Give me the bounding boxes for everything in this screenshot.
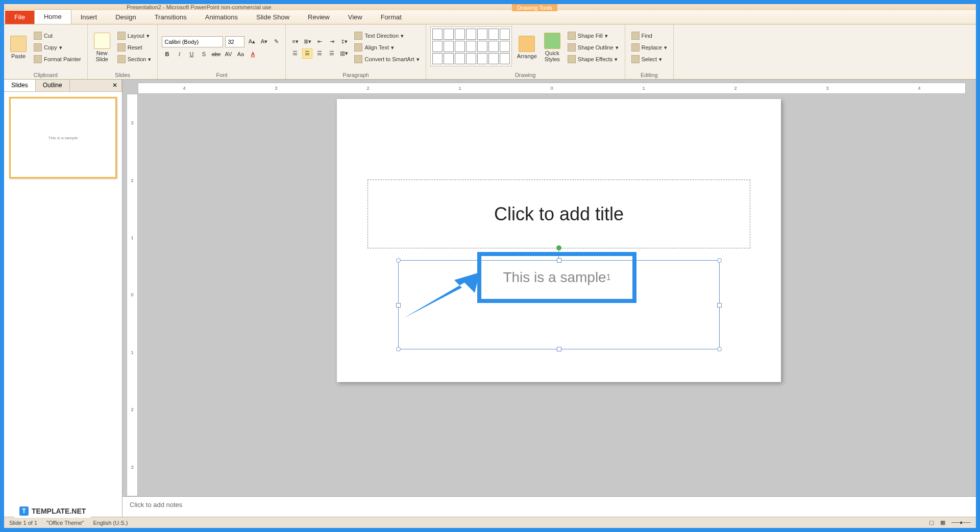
slide-canvas[interactable]: Click to add title: [337, 99, 781, 382]
inc-indent-button[interactable]: ⇥: [327, 37, 337, 47]
resize-handle-ml[interactable]: [396, 303, 401, 308]
resize-handle-mr[interactable]: [717, 303, 722, 308]
columns-button[interactable]: ▥▾: [339, 48, 349, 59]
justify-button[interactable]: ☰: [327, 48, 337, 59]
align-center-button[interactable]: ☰: [302, 48, 312, 59]
zoom-slider[interactable]: ──●──: [951, 519, 971, 526]
pane-tab-slides[interactable]: Slides: [4, 80, 36, 91]
group-label-slides: Slides: [92, 71, 154, 78]
line-spacing-button[interactable]: ‡▾: [339, 37, 349, 47]
italic-button[interactable]: I: [174, 49, 184, 59]
font-color-button[interactable]: A: [248, 49, 258, 59]
underline-button[interactable]: U: [186, 49, 197, 59]
pane-close-button[interactable]: ✕: [108, 80, 122, 91]
align-right-button[interactable]: ☰: [314, 48, 325, 59]
replace-button[interactable]: Replace ▾: [629, 42, 669, 53]
group-label-paragraph: Paragraph: [290, 71, 421, 78]
resize-handle-bl[interactable]: [396, 347, 401, 351]
shadow-button[interactable]: S: [199, 49, 209, 59]
view-normal-button[interactable]: ▢: [929, 519, 934, 526]
convert-smartart-button[interactable]: Convert to SmartArt ▾: [352, 54, 421, 64]
shape-fill-button[interactable]: Shape Fill ▾: [566, 31, 621, 41]
canvas-area: 432101234 3210123 Click to add title: [122, 80, 976, 517]
annotation-highlight-box: This is a sample1: [477, 252, 636, 303]
find-button[interactable]: Find: [629, 31, 669, 41]
tab-view[interactable]: View: [339, 10, 372, 24]
text-direction-button[interactable]: Text Direction ▾: [352, 31, 421, 41]
layout-button[interactable]: Layout ▾: [115, 31, 154, 41]
content-text: This is a sample: [503, 269, 606, 286]
bullets-button[interactable]: ≡▾: [290, 37, 300, 47]
group-label-editing: Editing: [629, 71, 669, 78]
reset-button[interactable]: Reset: [115, 42, 154, 53]
cut-button[interactable]: Cut: [32, 31, 83, 41]
group-clipboard: Paste Cut Copy ▾ Format Painter Clipboar…: [4, 24, 88, 79]
shrink-font-button[interactable]: A▾: [259, 37, 269, 47]
group-paragraph: ≡▾ ≣▾ ⇤ ⇥ ‡▾ ☰ ☰ ☰ ☰ ▥▾ Text Di: [286, 24, 426, 79]
watermark: T TEMPLATE.NET: [14, 504, 91, 518]
arrange-icon: [519, 36, 535, 52]
shape-outline-button[interactable]: Shape Outline ▾: [566, 42, 621, 53]
tab-transitions[interactable]: Transitions: [145, 10, 196, 24]
resize-handle-tr[interactable]: [717, 258, 722, 263]
paste-button[interactable]: Paste: [8, 27, 29, 68]
strike-button[interactable]: abc: [211, 49, 221, 59]
shape-effects-button[interactable]: Shape Effects ▾: [566, 54, 621, 64]
view-sorter-button[interactable]: ▦: [940, 519, 945, 526]
watermark-icon: T: [19, 506, 29, 516]
context-tab-drawing-tools[interactable]: Drawing Tools: [512, 4, 557, 11]
align-text-button[interactable]: Align Text ▾: [352, 42, 421, 53]
notes-placeholder: Click to add notes: [130, 501, 182, 509]
font-family-select[interactable]: [162, 36, 223, 47]
char-spacing-button[interactable]: AV: [223, 49, 233, 59]
shape-gallery[interactable]: [430, 27, 512, 66]
slide-thumbnail-1[interactable]: This is a sample: [9, 97, 117, 179]
group-slides: New Slide Layout ▾ Reset Section ▾ Slide…: [88, 24, 158, 79]
paste-icon: [10, 36, 27, 52]
group-editing: Find Replace ▾ Select ▾ Editing: [625, 24, 674, 79]
tab-insert[interactable]: Insert: [71, 10, 107, 24]
tab-animations[interactable]: Animations: [196, 10, 247, 24]
section-button[interactable]: Section ▾: [115, 54, 154, 64]
slides-pane: Slides Outline ✕ This is a sample: [4, 80, 122, 517]
format-painter-button[interactable]: Format Painter: [32, 54, 83, 64]
resize-handle-bm[interactable]: [557, 347, 561, 351]
vertical-ruler: 3210123: [127, 94, 138, 496]
new-slide-button[interactable]: New Slide: [92, 27, 112, 68]
arrange-button[interactable]: Arrange: [515, 27, 539, 68]
font-size-select[interactable]: [225, 36, 244, 47]
resize-handle-tl[interactable]: [396, 258, 401, 263]
quick-styles-button[interactable]: Quick Styles: [542, 27, 562, 68]
numbering-button[interactable]: ≣▾: [302, 37, 312, 47]
select-button[interactable]: Select ▾: [629, 54, 669, 64]
ribbon: Paste Cut Copy ▾ Format Painter Clipboar…: [4, 24, 976, 80]
group-label-font: Font: [162, 71, 281, 78]
pane-tab-outline[interactable]: Outline: [36, 80, 70, 91]
clear-format-button[interactable]: ✎: [271, 37, 281, 47]
dec-indent-button[interactable]: ⇤: [314, 37, 325, 47]
copy-button[interactable]: Copy ▾: [32, 42, 83, 53]
bold-button[interactable]: B: [162, 49, 172, 59]
group-drawing: Arrange Quick Styles Shape Fill ▾ Shape …: [426, 24, 625, 79]
tab-file[interactable]: File: [5, 11, 34, 24]
status-bar: Slide 1 of 1 "Office Theme" English (U.S…: [4, 517, 976, 528]
rotate-handle[interactable]: [556, 245, 561, 250]
tab-design[interactable]: Design: [106, 10, 145, 24]
tab-review[interactable]: Review: [299, 10, 339, 24]
group-label-drawing: Drawing: [430, 71, 621, 78]
change-case-button[interactable]: Aa: [235, 49, 246, 59]
notes-pane[interactable]: Click to add notes: [122, 496, 976, 517]
status-language[interactable]: English (U.S.): [93, 520, 128, 526]
svg-marker-0: [403, 272, 480, 318]
tab-home[interactable]: Home: [34, 9, 71, 24]
quick-styles-icon: [544, 33, 560, 49]
title-bar: Presentation2 - Microsoft PowerPoint non…: [4, 4, 976, 10]
title-placeholder[interactable]: Click to add title: [368, 180, 750, 248]
tab-format[interactable]: Format: [372, 10, 411, 24]
group-label-clipboard: Clipboard: [8, 71, 83, 78]
resize-handle-br[interactable]: [717, 347, 722, 351]
title-placeholder-text: Click to add title: [494, 204, 624, 225]
align-left-button[interactable]: ☰: [290, 48, 300, 59]
grow-font-button[interactable]: A▴: [247, 37, 257, 47]
tab-slideshow[interactable]: Slide Show: [247, 10, 299, 24]
